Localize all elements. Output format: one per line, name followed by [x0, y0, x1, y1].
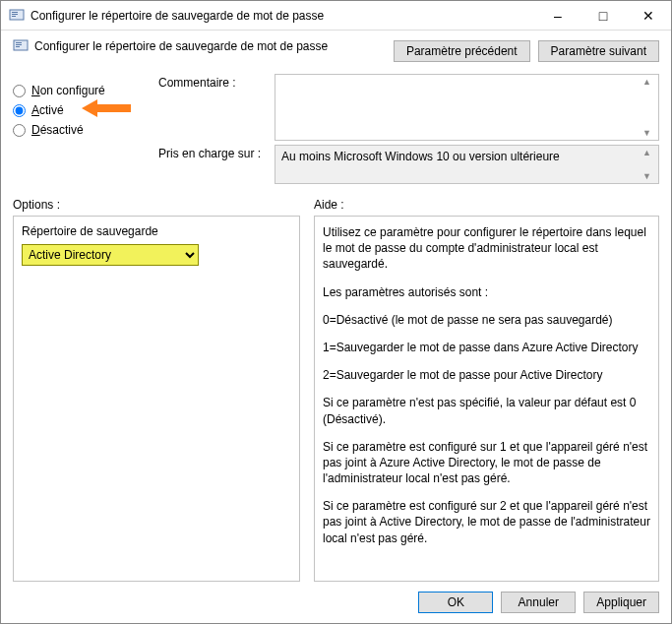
ok-button[interactable]: OK: [418, 592, 493, 613]
maximize-button[interactable]: □: [580, 1, 626, 31]
enabled-label[interactable]: Activé: [31, 103, 64, 117]
not-configured-label[interactable]: Non configuré: [31, 84, 105, 97]
help-paragraph: 0=Désactivé (le mot de passe ne sera pas…: [323, 312, 650, 328]
svg-rect-3: [12, 16, 16, 17]
disabled-radio[interactable]: [13, 124, 26, 137]
help-paragraph: 1=Sauvegarder le mot de passe dans Azure…: [323, 340, 650, 355]
svg-rect-6: [16, 44, 22, 45]
options-label: Options :: [13, 198, 300, 212]
supported-on-label: Pris en charge sur :: [158, 145, 267, 184]
svg-rect-7: [16, 46, 20, 47]
close-button[interactable]: ✕: [626, 1, 671, 31]
help-paragraph: Utilisez ce paramètre pour configurer le…: [323, 224, 650, 273]
disabled-label[interactable]: Désactivé: [31, 123, 84, 137]
policy-icon: [9, 8, 25, 24]
previous-setting-button[interactable]: Paramètre précédent: [394, 40, 530, 62]
svg-rect-5: [16, 42, 22, 43]
config-area: Non configuré Activé Désactivé Commentai…: [1, 74, 671, 192]
help-pane: Utilisez ce paramètre pour configurer le…: [314, 216, 659, 582]
help-label: Aide :: [314, 198, 344, 212]
backup-dir-label: Répertoire de sauvegarde: [22, 224, 291, 238]
cancel-button[interactable]: Annuler: [501, 592, 576, 613]
help-paragraph: Si ce paramètre est configuré sur 1 et q…: [323, 439, 650, 487]
titlebar: Configurer le répertoire de sauvegarde d…: [1, 1, 671, 31]
header-row: Configurer le répertoire de sauvegarde d…: [1, 31, 671, 74]
state-radio-group: Non configuré Activé Désactivé: [13, 74, 151, 184]
supported-on-box: Au moins Microsoft Windows 10 ou version…: [275, 145, 659, 184]
enabled-radio[interactable]: [13, 104, 26, 117]
footer-buttons: OK Annuler Appliquer: [1, 582, 671, 623]
options-pane: Répertoire de sauvegarde Active Director…: [13, 216, 300, 582]
policy-icon: [13, 38, 29, 54]
scroll-down-icon[interactable]: ▼: [642, 128, 656, 138]
comment-label: Commentaire :: [158, 74, 267, 141]
svg-rect-1: [12, 12, 18, 13]
window-title: Configurer le répertoire de sauvegarde d…: [31, 9, 535, 23]
help-paragraph: Les paramètres autorisés sont :: [323, 284, 650, 300]
svg-rect-2: [12, 14, 18, 15]
comment-textarea[interactable]: ▲▼: [275, 74, 659, 141]
scroll-down-icon[interactable]: ▼: [642, 171, 656, 181]
help-paragraph: Si ce paramètre est configuré sur 2 et q…: [323, 498, 650, 546]
next-setting-button[interactable]: Paramètre suivant: [538, 40, 659, 62]
supported-on-text: Au moins Microsoft Windows 10 ou version…: [281, 150, 560, 163]
help-paragraph: Si ce paramètre n'est pas spécifié, la v…: [323, 395, 650, 426]
scroll-up-icon[interactable]: ▲: [642, 148, 656, 157]
policy-subtitle: Configurer le répertoire de sauvegarde d…: [34, 39, 328, 53]
not-configured-radio[interactable]: [13, 85, 26, 97]
backup-dir-dropdown[interactable]: Active Directory: [22, 244, 199, 266]
help-paragraph: 2=Sauvegarder le mot de passe pour Activ…: [323, 367, 650, 383]
minimize-button[interactable]: –: [535, 1, 580, 31]
scroll-up-icon[interactable]: ▲: [642, 77, 656, 87]
apply-button[interactable]: Appliquer: [583, 592, 659, 613]
